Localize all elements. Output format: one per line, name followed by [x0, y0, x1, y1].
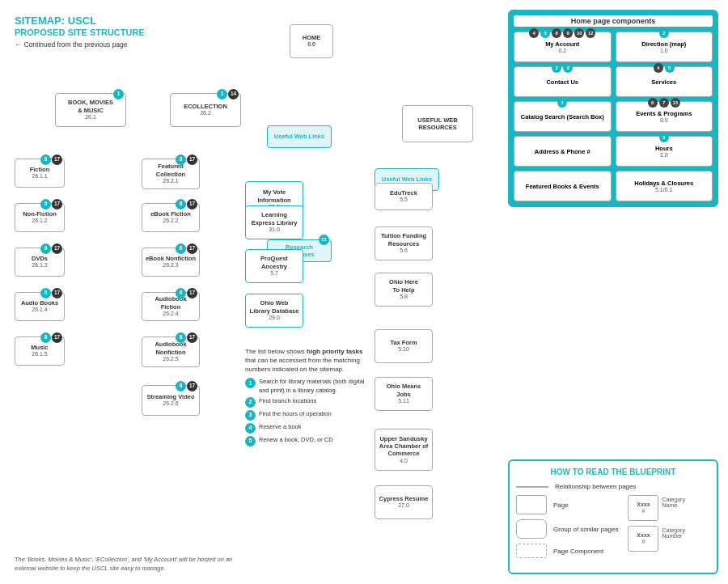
main-container: SITEMAP: USCL PROPOSED SITE STRUCTURE ← … [0, 0, 728, 584]
legend-category-name-box: Xxxx # [628, 495, 658, 521]
edutreck-node: EduTreck 5.5 [375, 183, 433, 210]
home-components-title: Home page components [514, 15, 713, 27]
how-to-page-row: Page [516, 495, 618, 514]
how-to-component-text: Page Component [553, 548, 603, 555]
nonfiction-node: 8 17 Non-Fiction 26.1.2 [15, 203, 65, 232]
task-item-3: 3 Find the hours of operation [245, 410, 370, 421]
how-to-title: HOW TO READ THE BLUEPRINT [516, 468, 710, 476]
dvds-node: 8 17 DVDs 26.1.3 [15, 248, 65, 277]
task-item-1: 1 Search for library materials (both dig… [245, 378, 370, 394]
ebooknonfiction-node: 8 17 eBook Nonfiction 26.2.3 [142, 248, 200, 277]
legend-category-name-label: CategoryName [662, 497, 684, 508]
legend-category-number-box: Xxxx # [628, 526, 658, 552]
hcp-addressphone: Address & Phone # [514, 136, 612, 167]
ohiohere-node: Ohio HereTo Help 5.8 [375, 273, 433, 307]
bottom-note: The 'Books, Movies & Music', 'ECollectio… [15, 556, 241, 573]
ecollection-node: 1 14 ECOLLECTION 26.2 [170, 93, 241, 127]
featured-node: 8 17 Featured Collection 26.2.1 [142, 159, 200, 189]
usefulwebresources-node: USEFUL WEBRESOURCES [402, 105, 473, 142]
how-to-group-icon [516, 519, 547, 539]
subtitle: ← Continued from the previous page [15, 40, 145, 49]
how-to-group-row: Group of similar pages [516, 519, 618, 539]
audiobooks-node: 8 17 Audio Books 26.1.4 [15, 292, 65, 321]
how-to-line-text: Relationship between pages [555, 483, 637, 490]
audiobookfiction-node: 8 17 Audiobook Fiction 26.2.4 [142, 292, 200, 321]
books-node: 1 BOOK, MOVIES& MUSIC 26.1 [55, 93, 126, 127]
how-to-component-row: Page Component [516, 544, 618, 558]
hcp-events: 6 7 13 Events & Programs 8.0 [616, 101, 713, 132]
hcp-featuredbooks: Featured Books & Events [514, 171, 612, 201]
ohioweblib-node: Ohio WebLibrary Database 29.0 [245, 294, 303, 328]
usefulweblinks1-node: Useful Web Links [267, 125, 332, 148]
proquest-node: ProQuestAncestry 5.7 [245, 249, 303, 283]
hcp-grid: 4 5 8 9 10 12 My Account 0.2 2 Direction… [514, 32, 713, 201]
title-line1: SITEMAP: USCL [15, 15, 145, 28]
how-to-page-text: Page [553, 501, 569, 509]
taxform-node: Tax Form 5.10 [375, 329, 433, 363]
hcp-holidays: Holidays & Closures 5.1/0.1 [616, 171, 713, 201]
task-item-4: 4 Reserve a book [245, 423, 370, 434]
learningexpress-node: LearningExpress Library 31.0 [245, 205, 303, 239]
hcp-services: 4 5 Services [616, 66, 713, 97]
tuition-node: Tuition FundingResources 5.6 [375, 226, 433, 260]
task-item-5: 5 Renew a book, DVD, or CD [245, 436, 370, 446]
how-to-line-row: Relationship between pages [516, 483, 710, 490]
audiobooknonfiction-node: 8 17 Audiobook Nonfiction 26.2.5 [142, 336, 200, 367]
hcp-hours: 3 Hours 2.0 [616, 136, 713, 167]
ohiomeansjobs-node: Ohio MeansJobs 5.11 [375, 377, 433, 411]
ebookfiction-node: 8 17 eBook Fiction 26.2.2 [142, 203, 200, 232]
hcp-contactus: 2 3 Contact Us [514, 66, 612, 97]
music-node: 8 17 Music 26.1.5 [15, 336, 65, 366]
how-to-group-text: Group of similar pages [553, 526, 618, 533]
task-list-intro: The list below shows high priority tasks… [245, 348, 370, 374]
how-to-panel: HOW TO READ THE BLUEPRINT Relationship b… [508, 459, 718, 574]
title-line2: PROPOSED SITE STRUCTURE [15, 28, 145, 38]
legend-category-number-label: CategoryNumber [662, 527, 684, 539]
cypressresume-node: Cypress Resume 27.0 [375, 485, 433, 519]
hcp-myaccount: 4 5 8 9 10 12 My Account 0.2 [514, 32, 612, 62]
hcp-direction: 2 Direction (map) 1.0 [616, 32, 713, 62]
how-to-page-icon [516, 495, 547, 514]
fiction-node: 8 17 Fiction 26.1.1 [15, 159, 65, 188]
task-list: The list below shows high priority tasks… [245, 348, 370, 449]
how-to-line-icon [516, 486, 548, 488]
streamingvideo-node: 8 17 Streaming Video 26.2.6 [142, 385, 200, 416]
task-item-2: 2 Find branch locations [245, 397, 370, 408]
home-components-panel: Home page components 4 5 8 9 10 12 My Ac… [508, 10, 718, 207]
hcp-catalogsearch: 1 Catalog Search (Search Box) [514, 101, 612, 132]
uppersandusky-node: Upper Sandusky Area Chamber of Commerce … [375, 429, 433, 471]
title-block: SITEMAP: USCL PROPOSED SITE STRUCTURE ← … [15, 15, 145, 49]
how-to-component-icon [516, 544, 547, 558]
home-node: HOME 0.0 [290, 24, 333, 58]
